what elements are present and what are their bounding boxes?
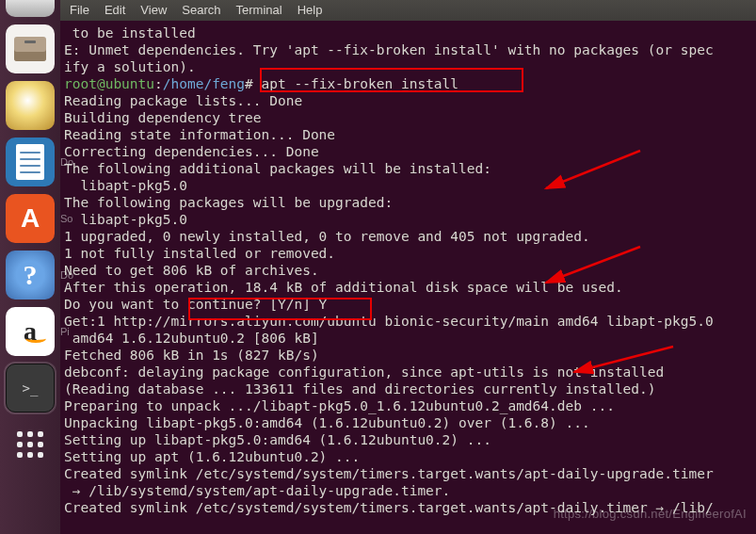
window-menubar: File Edit View Search Terminal Help xyxy=(60,0,756,21)
launcher-item-writer[interactable]: Do xyxy=(6,138,55,186)
menu-search[interactable]: Search xyxy=(182,2,220,19)
files-icon xyxy=(14,37,46,61)
terminal-line: Need to get 806 kB of archives. xyxy=(64,262,752,279)
terminal-line: Fetched 806 kB in 1s (827 kB/s) xyxy=(64,347,752,364)
terminal-line: libapt-pkg5.0 xyxy=(64,211,752,228)
menu-file[interactable]: File xyxy=(70,2,89,19)
launcher-item-partial[interactable] xyxy=(6,0,55,17)
terminal-line: Get:1 http://mirrors.aliyun.com/ubuntu b… xyxy=(64,313,752,330)
terminal-line: root@ubuntu:/home/feng# apt --fix-broken… xyxy=(64,75,752,92)
terminal-line: → /lib/systemd/system/apt-daily-upgrade.… xyxy=(64,482,752,499)
help-icon: ? xyxy=(24,267,38,283)
terminal-icon: >_ xyxy=(23,380,39,396)
document-icon xyxy=(16,144,44,180)
menu-terminal[interactable]: Terminal xyxy=(236,2,282,19)
launcher-label: Do xyxy=(60,267,73,283)
launcher-item-rhythmbox[interactable] xyxy=(6,81,55,130)
unity-launcher: Do A So ? Do a Pi >_ xyxy=(0,0,60,534)
terminal-line: E: Unmet dependencies. Try 'apt --fix-br… xyxy=(64,41,752,58)
launcher-item-terminal[interactable]: >_ xyxy=(6,364,55,413)
amazon-icon: a xyxy=(24,323,37,340)
launcher-label: Pi xyxy=(60,323,70,340)
terminal-line: After this operation, 18.4 kB of additio… xyxy=(64,279,752,296)
terminal-line: 1 upgraded, 0 newly installed, 0 to remo… xyxy=(64,228,752,245)
terminal-line: amd64 1.6.12ubuntu0.2 [806 kB] xyxy=(64,330,752,347)
terminal-line: Do you want to continue? [Y/n] Y xyxy=(64,296,752,313)
launcher-item-amazon[interactable]: a Pi xyxy=(6,307,55,356)
menu-help[interactable]: Help xyxy=(298,2,323,19)
launcher-label: So xyxy=(60,210,72,227)
launcher-item-apps[interactable] xyxy=(6,420,55,469)
launcher-item-help[interactable]: ? Do xyxy=(6,251,55,299)
terminal-line: Created symlink /etc/systemd/system/time… xyxy=(64,465,752,482)
software-icon: A xyxy=(13,202,47,235)
terminal-line: Correcting dependencies... Done xyxy=(64,143,752,160)
launcher-label: Do xyxy=(60,154,73,170)
menu-view[interactable]: View xyxy=(140,2,167,19)
terminal-line: debconf: delaying package configuration,… xyxy=(64,364,752,380)
watermark-text: https://blog.csdn.net/EngineerofAI xyxy=(554,506,747,523)
apps-icon xyxy=(17,431,43,458)
terminal-output[interactable]: to be installedE: Unmet dependencies. Tr… xyxy=(60,21,756,534)
terminal-line: The following additional packages will b… xyxy=(64,160,752,177)
terminal-line: (Reading database ... 133611 files and d… xyxy=(64,380,752,397)
terminal-line: to be installed xyxy=(64,24,752,41)
terminal-line: ify a solution). xyxy=(64,58,752,75)
terminal-line: Preparing to unpack .../libapt-pkg5.0_1.… xyxy=(64,397,752,414)
launcher-item-software[interactable]: A So xyxy=(6,194,55,243)
launcher-item-files[interactable] xyxy=(6,24,55,73)
terminal-line: Building dependency tree xyxy=(64,109,752,126)
terminal-line: 1 not fully installed or removed. xyxy=(64,245,752,262)
terminal-line: Reading package lists... Done xyxy=(64,92,752,109)
terminal-line: Setting up apt (1.6.12ubuntu0.2) ... xyxy=(64,448,752,465)
terminal-line: Reading state information... Done xyxy=(64,126,752,143)
terminal-line: Setting up libapt-pkg5.0:amd64 (1.6.12ub… xyxy=(64,431,752,448)
terminal-line: Unpacking libapt-pkg5.0:amd64 (1.6.12ubu… xyxy=(64,414,752,431)
terminal-line: libapt-pkg5.0 xyxy=(64,177,752,194)
terminal-line: The following packages will be upgraded: xyxy=(64,194,752,211)
menu-edit[interactable]: Edit xyxy=(105,2,125,19)
